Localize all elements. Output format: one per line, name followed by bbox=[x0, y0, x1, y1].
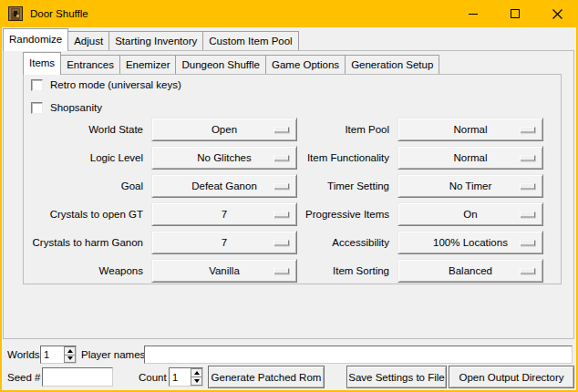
tab-randomize[interactable]: Randomize bbox=[3, 28, 68, 51]
tab-adjust[interactable]: Adjust bbox=[67, 31, 109, 50]
primary-tab-bar: Randomize Adjust Starting Inventory Cust… bbox=[3, 27, 298, 50]
count-spinbox bbox=[169, 367, 203, 387]
item-pool-label: Item Pool bbox=[305, 124, 389, 135]
maximize-button[interactable] bbox=[494, 0, 536, 27]
dropdown-indicator-icon bbox=[520, 268, 535, 274]
accessibility-value: 100% Locations bbox=[433, 237, 508, 248]
minimize-icon bbox=[469, 14, 478, 15]
timer-setting-dropdown[interactable]: No Timer bbox=[397, 174, 543, 198]
close-icon bbox=[552, 9, 563, 19]
content-area: Randomize Adjust Starting Inventory Cust… bbox=[2, 27, 576, 390]
player-names-input[interactable] bbox=[144, 346, 573, 364]
crystals-harm-ganon-value: 7 bbox=[222, 237, 227, 248]
door-icon bbox=[8, 6, 23, 21]
generate-patched-rom-button[interactable]: Generate Patched Rom bbox=[208, 366, 325, 388]
crystals-harm-ganon-dropdown[interactable]: 7 bbox=[151, 231, 297, 254]
window-door-shuffle: Door Shuffle Randomize Adjust Starting I… bbox=[0, 0, 578, 392]
worlds-spin-down-button[interactable] bbox=[64, 355, 76, 364]
tab-items[interactable]: Items bbox=[23, 52, 61, 75]
dropdown-indicator-icon bbox=[520, 127, 535, 133]
logic-level-value: No Glitches bbox=[197, 152, 251, 163]
worlds-input[interactable] bbox=[41, 346, 64, 363]
tab-custom-item-pool[interactable]: Custom Item Pool bbox=[202, 31, 298, 50]
options-grid: World State Open Item Pool Normal Logic … bbox=[24, 118, 543, 283]
secondary-tab-bar: Items Entrances Enemizer Dungeon Shuffle… bbox=[23, 51, 439, 74]
crystals-open-gt-label: Crystals to open GT bbox=[24, 209, 143, 220]
dropdown-indicator-icon bbox=[520, 183, 535, 190]
shopsanity-checkbox-row[interactable]: Shopsanity bbox=[31, 101, 102, 114]
item-sorting-dropdown[interactable]: Balanced bbox=[397, 259, 543, 283]
tab-game-options[interactable]: Game Options bbox=[265, 55, 346, 74]
retro-mode-label: Retro mode (universal keys) bbox=[50, 79, 181, 90]
triangle-up-icon bbox=[194, 371, 200, 375]
dropdown-indicator-icon bbox=[274, 155, 289, 161]
shopsanity-label: Shopsanity bbox=[50, 102, 102, 113]
tab-starting-inventory-label: Starting Inventory bbox=[115, 36, 197, 46]
logic-level-dropdown[interactable]: No Glitches bbox=[151, 146, 297, 170]
item-functionality-label: Item Functionality bbox=[305, 152, 389, 163]
item-functionality-value: Normal bbox=[453, 152, 487, 163]
crystals-harm-ganon-label: Crystals to harm Ganon bbox=[24, 237, 143, 248]
item-sorting-label: Item Sorting bbox=[305, 265, 389, 276]
dropdown-indicator-icon bbox=[274, 127, 289, 133]
items-panel: Retro mode (universal keys) Shopsanity W… bbox=[23, 74, 562, 284]
item-functionality-dropdown[interactable]: Normal bbox=[397, 146, 543, 170]
seed-label: Seed # bbox=[7, 366, 40, 388]
open-output-directory-button[interactable]: Open Output Directory bbox=[449, 366, 574, 388]
close-button[interactable] bbox=[536, 0, 578, 27]
timer-setting-value: No Timer bbox=[449, 181, 492, 191]
titlebar[interactable]: Door Shuffle bbox=[0, 0, 578, 27]
tab-randomize-label: Randomize bbox=[9, 34, 62, 45]
dropdown-indicator-icon bbox=[274, 268, 289, 274]
tab-entrances[interactable]: Entrances bbox=[60, 55, 120, 74]
maximize-icon bbox=[511, 9, 520, 18]
seed-input[interactable] bbox=[42, 367, 113, 387]
worlds-label: Worlds bbox=[7, 346, 40, 364]
count-spin-down-button[interactable] bbox=[191, 377, 202, 386]
dropdown-indicator-icon bbox=[274, 211, 289, 218]
shopsanity-checkbox bbox=[31, 102, 43, 114]
accessibility-label: Accessibility bbox=[305, 237, 389, 248]
crystals-open-gt-value: 7 bbox=[222, 209, 227, 220]
progressive-items-value: On bbox=[463, 209, 477, 220]
progressive-items-dropdown[interactable]: On bbox=[397, 202, 543, 226]
world-state-label: World State bbox=[24, 124, 143, 135]
tab-items-label: Items bbox=[29, 57, 55, 68]
tab-enemizer[interactable]: Enemizer bbox=[119, 55, 177, 74]
minimize-button[interactable] bbox=[452, 0, 494, 27]
tab-enemizer-label: Enemizer bbox=[126, 59, 170, 70]
count-label: Count bbox=[139, 366, 167, 388]
tab-game-options-label: Game Options bbox=[272, 59, 339, 70]
count-spin-buttons bbox=[191, 368, 202, 386]
item-pool-value: Normal bbox=[453, 124, 487, 135]
tab-generation-setup[interactable]: Generation Setup bbox=[345, 55, 439, 74]
weapons-dropdown[interactable]: Vanilla bbox=[151, 259, 297, 283]
save-settings-button[interactable]: Save Settings to File bbox=[346, 366, 447, 388]
worlds-spin-buttons bbox=[64, 346, 76, 363]
item-sorting-value: Balanced bbox=[449, 265, 492, 276]
tab-adjust-label: Adjust bbox=[74, 36, 103, 46]
accessibility-dropdown[interactable]: 100% Locations bbox=[397, 231, 543, 254]
count-input[interactable] bbox=[170, 368, 191, 386]
crystals-open-gt-dropdown[interactable]: 7 bbox=[151, 202, 297, 226]
world-state-dropdown[interactable]: Open bbox=[151, 118, 297, 141]
triangle-down-icon bbox=[194, 379, 200, 383]
tab-dungeon-shuffle[interactable]: Dungeon Shuffle bbox=[175, 55, 265, 74]
triangle-down-icon bbox=[67, 356, 73, 360]
window-controls bbox=[452, 0, 578, 27]
worlds-spinbox bbox=[40, 346, 77, 364]
retro-mode-checkbox-row[interactable]: Retro mode (universal keys) bbox=[31, 78, 181, 91]
weapons-value: Vanilla bbox=[209, 265, 240, 276]
progressive-items-label: Progressive Items bbox=[305, 209, 389, 220]
world-state-value: Open bbox=[212, 124, 237, 135]
item-pool-dropdown[interactable]: Normal bbox=[397, 118, 543, 141]
goal-dropdown[interactable]: Defeat Ganon bbox=[151, 174, 297, 198]
dropdown-indicator-icon bbox=[520, 240, 535, 246]
weapons-label: Weapons bbox=[24, 265, 143, 276]
goal-label: Goal bbox=[24, 181, 143, 191]
tab-starting-inventory[interactable]: Starting Inventory bbox=[108, 31, 203, 50]
tab-dungeon-shuffle-label: Dungeon Shuffle bbox=[181, 59, 259, 70]
timer-setting-label: Timer Setting bbox=[305, 181, 389, 191]
dropdown-indicator-icon bbox=[520, 211, 535, 218]
tab-generation-setup-label: Generation Setup bbox=[351, 59, 433, 70]
